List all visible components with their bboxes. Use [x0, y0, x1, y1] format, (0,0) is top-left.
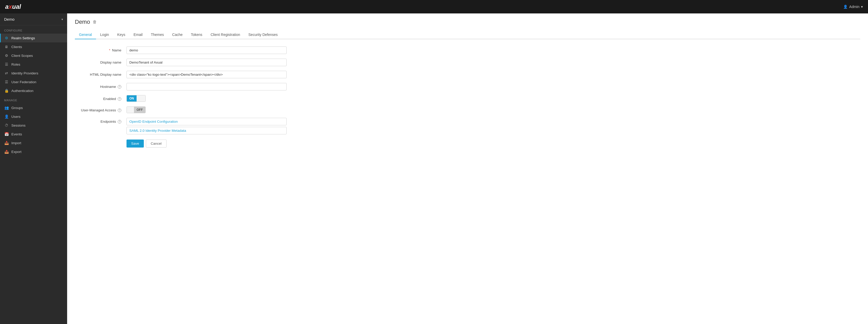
identity-providers-icon: ⇄: [4, 71, 9, 75]
sidebar-item-user-federation[interactable]: ☰ User Federation: [0, 78, 67, 86]
enabled-label: Enabled ?: [75, 95, 126, 101]
realm-selector[interactable]: Demo ▾: [0, 13, 67, 25]
clients-icon: 🖥: [4, 45, 9, 49]
display-name-row: Display name: [75, 59, 307, 66]
tab-email[interactable]: Email: [129, 30, 147, 39]
users-icon: 👤: [4, 114, 9, 119]
sidebar-item-label: Client Scopes: [11, 54, 33, 58]
uma-on-button[interactable]: [127, 107, 134, 113]
configure-section-label: Configure: [0, 25, 67, 34]
enabled-row: Enabled ? ON: [75, 95, 307, 102]
html-display-name-input[interactable]: [126, 71, 286, 78]
sidebar-item-label: Events: [11, 132, 22, 136]
tab-themes[interactable]: Themes: [147, 30, 168, 39]
hostname-input[interactable]: [126, 83, 286, 90]
openid-endpoint-link[interactable]: OpenID Endpoint Configuration: [126, 118, 286, 125]
manage-section-label: Manage: [0, 95, 67, 104]
name-input[interactable]: [126, 47, 286, 54]
sidebar-item-label: Import: [11, 141, 21, 145]
html-display-name-label: HTML Display name: [75, 71, 126, 77]
enabled-off-button[interactable]: [136, 95, 145, 101]
sidebar-item-clients[interactable]: 🖥 Clients: [0, 42, 67, 51]
sidebar-item-label: Groups: [11, 106, 23, 110]
sidebar-item-label: Roles: [11, 62, 21, 66]
name-row: * Name: [75, 47, 307, 54]
user-chevron-icon: ▾: [861, 5, 863, 9]
html-display-name-row: HTML Display name: [75, 71, 307, 78]
tab-general[interactable]: General: [75, 30, 96, 39]
tab-keys[interactable]: Keys: [113, 30, 129, 39]
enabled-toggle-wrap: ON: [126, 95, 146, 102]
page-title: Demo: [75, 19, 90, 25]
sidebar-item-authentication[interactable]: 🔒 Authentication: [0, 86, 67, 95]
layout: Demo ▾ Configure ⚙ Realm Settings 🖥 Clie…: [0, 13, 868, 324]
endpoints-row: Endpoints ? OpenID Endpoint Configuratio…: [75, 118, 307, 135]
import-icon: 📥: [4, 141, 9, 145]
sidebar-item-identity-providers[interactable]: ⇄ Identity Providers: [0, 69, 67, 78]
tab-tokens[interactable]: Tokens: [187, 30, 206, 39]
endpoints-help-icon[interactable]: ?: [118, 120, 121, 123]
sidebar-item-sessions[interactable]: ⏱ Sessions: [0, 121, 67, 130]
sidebar-item-groups[interactable]: 👥 Groups: [0, 104, 67, 112]
hostname-label: Hostname ?: [75, 83, 126, 89]
sidebar-item-users[interactable]: 👤 Users: [0, 112, 67, 121]
client-scopes-icon: ⚙: [4, 54, 9, 58]
sidebar-item-label: Sessions: [11, 123, 26, 127]
enabled-on-button[interactable]: ON: [127, 95, 136, 101]
enabled-help-icon[interactable]: ?: [118, 97, 121, 101]
sidebar-item-export[interactable]: 📤 Export: [0, 147, 67, 156]
realm-settings-icon: ⚙: [4, 36, 9, 40]
uma-toggle[interactable]: OFF: [126, 107, 146, 113]
uma-row: User-Managed Access ? OFF: [75, 107, 307, 113]
sidebar-item-label: Clients: [11, 45, 22, 49]
user-menu[interactable]: 👤 Admin ▾: [843, 5, 863, 9]
delete-icon[interactable]: 🗑: [93, 20, 97, 24]
sidebar-item-label: Users: [11, 115, 21, 119]
sidebar-item-label: Export: [11, 150, 22, 154]
endpoints-label: Endpoints ?: [75, 118, 126, 123]
sidebar-item-events[interactable]: 📅 Events: [0, 130, 67, 139]
sidebar: Demo ▾ Configure ⚙ Realm Settings 🖥 Clie…: [0, 13, 67, 324]
enabled-toggle[interactable]: ON: [126, 95, 146, 102]
uma-label: User-Managed Access ?: [75, 107, 126, 112]
name-label: * Name: [75, 47, 126, 52]
save-button[interactable]: Save: [126, 140, 144, 148]
tab-client-registration[interactable]: Client Registration: [207, 30, 244, 39]
roles-icon: ☰: [4, 62, 9, 66]
sidebar-item-label: Identity Providers: [11, 71, 38, 75]
tab-login[interactable]: Login: [96, 30, 113, 39]
user-federation-icon: ☰: [4, 80, 9, 84]
events-icon: 📅: [4, 132, 9, 136]
tab-cache[interactable]: Cache: [168, 30, 187, 39]
uma-help-icon[interactable]: ?: [118, 109, 121, 112]
sidebar-item-label: User Federation: [11, 80, 36, 84]
uma-off-button[interactable]: OFF: [134, 107, 145, 113]
groups-icon: 👥: [4, 106, 9, 110]
display-name-label: Display name: [75, 59, 126, 64]
hostname-help-icon[interactable]: ?: [118, 85, 121, 89]
sidebar-item-client-scopes[interactable]: ⚙ Client Scopes: [0, 51, 67, 60]
page-header: Demo 🗑: [75, 19, 860, 25]
sidebar-item-import[interactable]: 📥 Import: [0, 139, 67, 147]
hostname-row: Hostname ?: [75, 83, 307, 90]
realm-name: Demo: [4, 17, 14, 22]
sidebar-item-roles[interactable]: ☰ Roles: [0, 60, 67, 69]
endpoints-list: OpenID Endpoint Configuration SAML 2.0 I…: [126, 118, 286, 135]
navbar: axual 👤 Admin ▾: [0, 0, 868, 13]
display-name-input[interactable]: [126, 59, 286, 66]
sidebar-item-label: Authentication: [11, 89, 34, 93]
tab-security-defenses[interactable]: Security Defenses: [244, 30, 282, 39]
user-label: Admin: [849, 5, 860, 9]
form-actions: Save Cancel: [126, 140, 860, 148]
sidebar-item-realm-settings[interactable]: ⚙ Realm Settings: [0, 34, 67, 42]
sessions-icon: ⏱: [4, 123, 9, 127]
cancel-button[interactable]: Cancel: [146, 140, 166, 148]
saml-metadata-link[interactable]: SAML 2.0 Identity Provider Metadata: [126, 127, 286, 135]
sidebar-item-label: Realm Settings: [11, 36, 35, 40]
required-indicator: *: [109, 48, 110, 52]
user-icon: 👤: [843, 5, 847, 9]
export-icon: 📤: [4, 150, 9, 154]
realm-settings-form: * Name Display name HTML Display name Ho…: [75, 47, 860, 148]
uma-toggle-wrap: OFF: [126, 107, 146, 113]
realm-chevron-icon: ▾: [61, 18, 63, 21]
